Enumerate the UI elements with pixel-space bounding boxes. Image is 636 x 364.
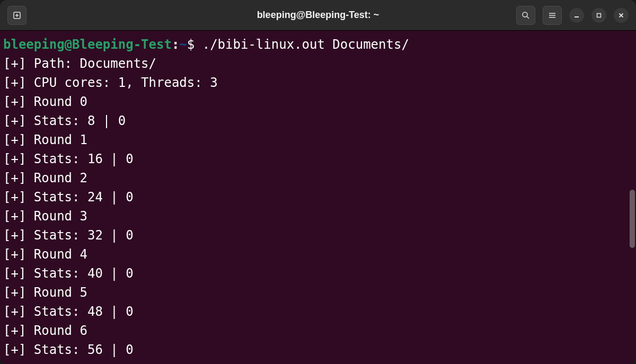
output-line: [+] Stats: 32 | 0	[3, 226, 633, 245]
output-line: [+] Round 4	[3, 245, 633, 264]
output-line: [+] Stats: 40 | 0	[3, 264, 633, 283]
terminal-output: [+] Path: Documents/[+] CPU cores: 1, Th…	[3, 54, 633, 359]
titlebar: bleeping@Bleeping-Test: ~	[0, 0, 636, 31]
output-line: [+] Stats: 8 | 0	[3, 111, 633, 130]
output-line: [+] Round 6	[3, 321, 633, 340]
output-line: [+] Round 3	[3, 207, 633, 226]
svg-line-4	[527, 16, 529, 19]
output-line: [+] Path: Documents/	[3, 54, 633, 73]
output-line: [+] Round 1	[3, 130, 633, 149]
titlebar-right-controls	[516, 6, 629, 25]
output-line: [+] CPU cores: 1, Threads: 3	[3, 73, 633, 92]
close-icon	[618, 12, 624, 19]
titlebar-left-controls	[7, 6, 26, 25]
maximize-button[interactable]	[591, 8, 606, 23]
command-text: ./bibi-linux.out Documents/	[195, 37, 409, 52]
search-button[interactable]	[516, 6, 535, 25]
prompt-line: bleeping@Bleeping-Test:~$ ./bibi-linux.o…	[3, 35, 633, 54]
output-line: [+] Stats: 56 | 0	[3, 340, 633, 359]
svg-rect-9	[597, 13, 601, 17]
menu-button[interactable]	[543, 6, 562, 25]
new-tab-icon	[12, 11, 22, 20]
search-icon	[521, 11, 531, 20]
output-line: [+] Round 0	[3, 92, 633, 111]
window-title: bleeping@Bleeping-Test: ~	[257, 10, 379, 21]
output-line: [+] Round 2	[3, 168, 633, 188]
terminal-body[interactable]: bleeping@Bleeping-Test:~$ ./bibi-linux.o…	[0, 31, 636, 364]
maximize-icon	[596, 12, 602, 19]
output-line: [+] Stats: 16 | 0	[3, 149, 633, 168]
output-line: [+] Round 5	[3, 283, 633, 302]
output-line: [+] Stats: 24 | 0	[3, 188, 633, 207]
terminal-window: bleeping@Bleeping-Test: ~	[0, 0, 636, 364]
scrollbar-thumb[interactable]	[630, 190, 635, 248]
minimize-icon	[573, 12, 580, 19]
output-line: [+] Stats: 48 | 0	[3, 302, 633, 321]
minimize-button[interactable]	[569, 8, 584, 23]
svg-point-3	[523, 12, 527, 17]
new-tab-button[interactable]	[7, 6, 26, 25]
prompt-separator: :	[172, 37, 179, 52]
close-button[interactable]	[614, 8, 629, 23]
prompt-cwd: ~	[179, 37, 187, 52]
prompt-symbol: $	[187, 37, 195, 52]
hamburger-icon	[547, 11, 557, 20]
prompt-user-host: bleeping@Bleeping-Test	[3, 37, 172, 52]
